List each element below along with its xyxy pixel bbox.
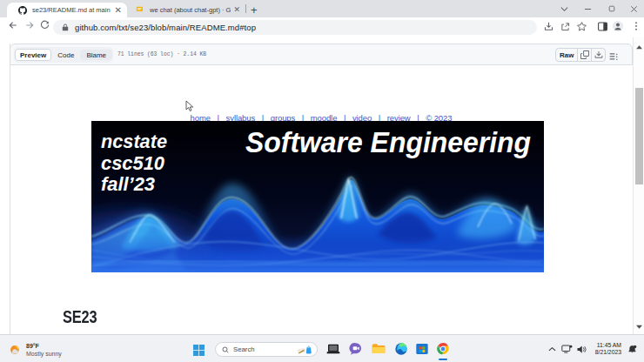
svg-text:Software Engineering: Software Engineering xyxy=(245,125,531,158)
svg-text:csc510: csc510 xyxy=(101,152,165,174)
svg-text:fall’23: fall’23 xyxy=(101,173,155,195)
svg-text:ncstate: ncstate xyxy=(101,131,167,152)
